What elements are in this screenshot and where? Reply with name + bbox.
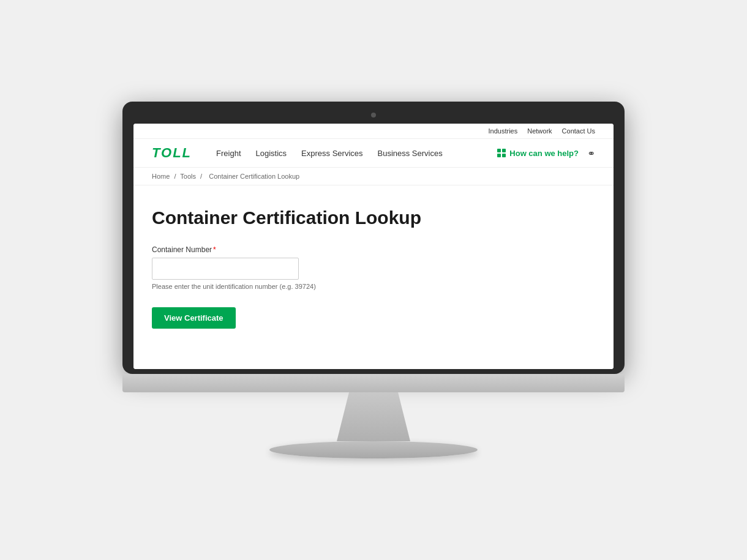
freight-nav-link[interactable]: Freight: [216, 149, 241, 158]
contact-us-link[interactable]: Contact Us: [562, 127, 595, 135]
nav-links: Freight Logistics Express Services Busin…: [216, 149, 487, 158]
breadcrumb-sep-1: /: [174, 173, 176, 180]
search-icon[interactable]: ⚭: [587, 147, 595, 159]
form-hint: Please enter the unit identification num…: [152, 283, 595, 290]
monitor-base: [269, 441, 478, 458]
top-bar: Industries Network Contact Us: [133, 124, 614, 139]
monitor-chin: [122, 374, 625, 392]
monitor-stand-neck: [312, 392, 435, 441]
site-logo[interactable]: TOLL: [152, 145, 192, 161]
help-label: How can we help?: [509, 149, 579, 158]
camera-dot: [371, 113, 376, 118]
breadcrumb-current: Container Certification Lookup: [209, 173, 299, 180]
breadcrumb: Home / Tools / Container Certification L…: [133, 168, 614, 185]
container-number-input[interactable]: [152, 258, 299, 280]
monitor-frame: Industries Network Contact Us TOLL Freig…: [122, 102, 625, 374]
logistics-nav-link[interactable]: Logistics: [256, 149, 287, 158]
main-content: Container Certification Lookup Container…: [133, 185, 614, 369]
page-title: Container Certification Lookup: [152, 207, 595, 228]
required-star: *: [213, 245, 216, 254]
breadcrumb-sep-2: /: [200, 173, 202, 180]
breadcrumb-tools[interactable]: Tools: [180, 173, 196, 180]
main-nav: TOLL Freight Logistics Express Services …: [133, 139, 614, 168]
express-services-nav-link[interactable]: Express Services: [301, 149, 362, 158]
breadcrumb-home[interactable]: Home: [152, 173, 170, 180]
monitor-screen: Industries Network Contact Us TOLL Freig…: [133, 124, 614, 369]
business-services-nav-link[interactable]: Business Services: [378, 149, 443, 158]
help-button[interactable]: How can we help?: [497, 149, 579, 158]
view-certificate-button[interactable]: View Certificate: [152, 307, 236, 329]
network-link[interactable]: Network: [527, 127, 552, 135]
container-number-label: Container Number*: [152, 245, 595, 254]
container-number-group: Container Number* Please enter the unit …: [152, 245, 595, 290]
monitor-wrapper: Industries Network Contact Us TOLL Freig…: [122, 102, 625, 458]
industries-link[interactable]: Industries: [489, 127, 518, 135]
grid-icon: [497, 149, 506, 157]
